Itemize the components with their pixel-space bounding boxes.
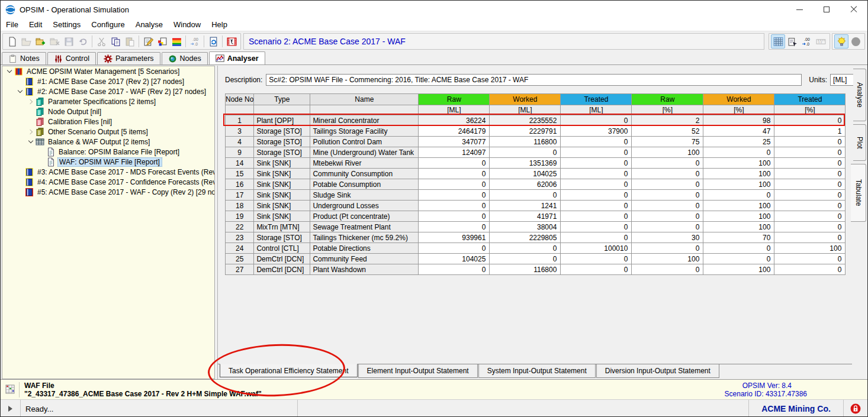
table-cell[interactable]: 0 [561, 158, 632, 169]
tree-item[interactable]: Other Scenario Output [5 items] [2, 127, 214, 137]
tree-expander[interactable] [26, 100, 35, 104]
table-cell[interactable]: 0 [490, 190, 561, 201]
table-cell[interactable]: 0 [561, 211, 632, 222]
table-cell[interactable]: Mine (Underground) Water Tank [310, 147, 419, 158]
new-document-button[interactable] [5, 34, 19, 49]
copy-button[interactable] [108, 34, 123, 49]
table-cell[interactable]: 0 [632, 169, 703, 179]
table-cell[interactable]: 0 [703, 190, 774, 201]
report-settings-button[interactable] [785, 34, 799, 49]
table-cell[interactable]: 0 [561, 190, 632, 201]
table-cell[interactable]: 0 [561, 115, 632, 126]
rainbow-button[interactable] [169, 34, 184, 49]
table-cell[interactable]: Mineral Concentrator [310, 115, 419, 126]
status-circle-button[interactable] [848, 34, 863, 49]
table-cell[interactable]: 52 [632, 126, 703, 137]
menu-configure[interactable]: Configure [86, 19, 130, 30]
table-cell[interactable]: Sink [SNK] [254, 201, 310, 211]
add-folder-button[interactable] [33, 34, 47, 49]
tree-expander[interactable] [5, 70, 14, 72]
table-cell[interactable]: 0 [561, 179, 632, 190]
table-cell[interactable]: 25 [703, 137, 774, 147]
table-cell[interactable]: 0 [774, 201, 846, 211]
movie-button[interactable] [224, 34, 239, 49]
table-cell[interactable]: 0 [561, 147, 632, 158]
table-cell[interactable]: 25 [226, 254, 254, 264]
table-row[interactable]: 1Plant [OPP]Mineral Concentrator36224223… [226, 115, 846, 126]
table-cell[interactable]: 104025 [419, 254, 490, 264]
table-cell[interactable]: Potable Directions [310, 243, 419, 254]
table-cell[interactable]: 0 [561, 201, 632, 211]
minimize-button[interactable] [786, 1, 813, 18]
table-cell[interactable]: Potable Consumption [310, 179, 419, 190]
table-cell[interactable]: 0 [774, 264, 846, 275]
table-cell[interactable]: Underground Losses [310, 201, 419, 211]
table-row[interactable]: 22MixTrn [MTN]Sewage Treatment Plant0380… [226, 222, 846, 232]
table-cell[interactable]: Community Feed [310, 254, 419, 264]
table-cell[interactable]: 15 [226, 169, 254, 179]
table-row[interactable]: 18Sink [SNK]Underground Losses0124100100… [226, 201, 846, 211]
statement-tab-element[interactable]: Element Input-Output Statement [358, 364, 478, 378]
table-cell[interactable]: 0 [774, 222, 846, 232]
table-cell[interactable]: 0 [774, 254, 846, 264]
table-row[interactable]: 24Control [CTL]Potable Directions0010001… [226, 243, 846, 254]
table-cell[interactable]: 0 [490, 254, 561, 264]
table-cell[interactable]: 62006 [490, 179, 561, 190]
table-cell[interactable]: 0 [419, 158, 490, 169]
tree-item[interactable]: Parameter Specifications [2 items] [2, 96, 214, 106]
table-cell[interactable]: Sewage Treatment Plant [310, 222, 419, 232]
table-cell[interactable]: Sink [SNK] [254, 179, 310, 190]
tree-item[interactable]: WAF: OPSIM WAF File [Report] [2, 157, 214, 167]
table-cell[interactable]: MixTrn [MTN] [254, 222, 310, 232]
table-cell[interactable]: Storage [STO] [254, 137, 310, 147]
table-cell[interactable]: 100010 [561, 243, 632, 254]
table-cell[interactable]: 37900 [561, 126, 632, 137]
table-row[interactable]: 23Storage [STO]Tailings Thickener (mc 59… [226, 232, 846, 243]
menu-help[interactable]: Help [206, 19, 233, 30]
table-cell[interactable]: DemCtrl [DCN] [254, 264, 310, 275]
maximize-button[interactable] [813, 1, 840, 18]
table-cell[interactable]: 104025 [490, 169, 561, 179]
table-cell[interactable]: Mtebekwi River [310, 158, 419, 169]
menu-file[interactable]: File [1, 19, 24, 30]
table-cell[interactable]: Storage [STO] [254, 232, 310, 243]
tab-notes[interactable]: Notes [2, 52, 46, 64]
table-cell[interactable]: 0 [419, 179, 490, 190]
table-cell[interactable]: 38004 [490, 222, 561, 232]
table-row[interactable]: 9Storage [STO]Mine (Underground) Water T… [226, 147, 846, 158]
table-cell[interactable]: 100 [703, 179, 774, 190]
table-cell[interactable]: Pollution Control Dam [310, 137, 419, 147]
table-cell[interactable]: 0 [561, 137, 632, 147]
table-cell[interactable]: Control [CTL] [254, 243, 310, 254]
table-cell[interactable]: 0 [632, 222, 703, 232]
edit-notes-button[interactable] [141, 34, 155, 49]
table-cell[interactable]: 124097 [419, 147, 490, 158]
table-cell[interactable]: 0 [561, 264, 632, 275]
table-cell[interactable]: DemCtrl [DCN] [254, 254, 310, 264]
table-cell[interactable]: 116800 [490, 264, 561, 275]
tree-item[interactable]: Calibration Files [nil] [2, 117, 214, 127]
table-row[interactable]: 17Sink [SNK]Sludge Sink000000 [226, 190, 846, 201]
table-cell[interactable]: Sink [SNK] [254, 190, 310, 201]
table-cell[interactable]: 41971 [490, 211, 561, 222]
close-button[interactable] [840, 1, 867, 18]
table-cell[interactable]: 75 [632, 137, 703, 147]
tree-item[interactable]: #4: ACME Base Case 2017 - Confidence For… [2, 177, 214, 187]
table-cell[interactable]: 100 [632, 254, 703, 264]
tree-item[interactable]: #2: ACME Base Case 2017 - WAF (Rev 2) [2… [2, 86, 214, 96]
table-cell[interactable]: 9 [226, 147, 254, 158]
table-cell[interactable]: Tailings Storage Facility [310, 126, 419, 137]
table-cell[interactable]: 1351369 [490, 158, 561, 169]
table-cell[interactable]: 1 [226, 115, 254, 126]
tree-item[interactable]: Node Output [nil] [2, 106, 214, 117]
table-cell[interactable]: 100 [703, 264, 774, 275]
table-cell[interactable]: 1241 [490, 201, 561, 211]
tab-parameters[interactable]: Parameters [97, 52, 160, 64]
table-cell[interactable]: Product (Pt concentrate) [310, 211, 419, 222]
table-cell[interactable]: Plant [OPP] [254, 115, 310, 126]
table-row[interactable]: 14Sink [SNK]Mtebekwi River01351369001000 [226, 158, 846, 169]
table-row[interactable]: 27DemCtrl [DCN]Plant Washdown01168000010… [226, 264, 846, 275]
decimal-places-button[interactable]: .00.0 [799, 34, 814, 49]
table-cell[interactable]: Storage [STO] [254, 126, 310, 137]
table-cell[interactable]: 0 [632, 243, 703, 254]
